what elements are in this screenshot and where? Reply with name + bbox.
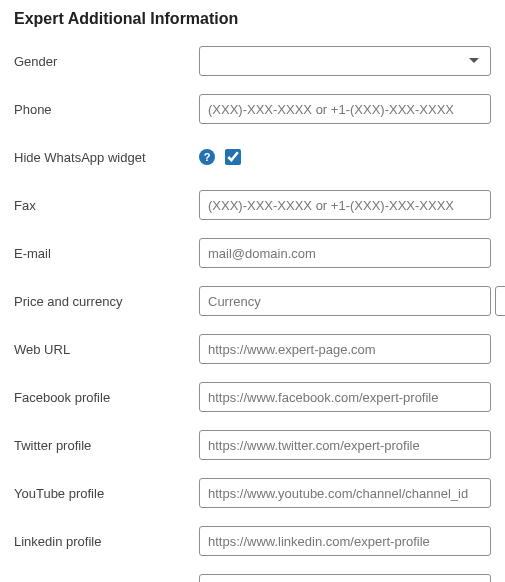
phone-input[interactable] xyxy=(199,94,491,124)
linkedin-label: Linkedin profile xyxy=(14,534,199,549)
hide-whatsapp-checkbox[interactable] xyxy=(225,149,241,165)
twitter-input[interactable] xyxy=(199,430,491,460)
help-icon[interactable]: ? xyxy=(199,149,215,165)
linkedin-row: Linkedin profile xyxy=(14,526,491,556)
currency-input[interactable] xyxy=(199,286,491,316)
email-row: E-mail xyxy=(14,238,491,268)
youtube-input[interactable] xyxy=(199,478,491,508)
instagram-row: Instagram profile xyxy=(14,574,491,582)
fax-row: Fax xyxy=(14,190,491,220)
weburl-input[interactable] xyxy=(199,334,491,364)
fax-input[interactable] xyxy=(199,190,491,220)
weburl-label: Web URL xyxy=(14,342,199,357)
email-label: E-mail xyxy=(14,246,199,261)
email-input[interactable] xyxy=(199,238,491,268)
gender-label: Gender xyxy=(14,54,199,69)
linkedin-input[interactable] xyxy=(199,526,491,556)
facebook-label: Facebook profile xyxy=(14,390,199,405)
facebook-input[interactable] xyxy=(199,382,491,412)
phone-row: Phone xyxy=(14,94,491,124)
weburl-row: Web URL xyxy=(14,334,491,364)
section-heading: Expert Additional Information xyxy=(14,10,491,28)
price-row: Price and currency xyxy=(14,286,491,316)
twitter-row: Twitter profile xyxy=(14,430,491,460)
price-label: Price and currency xyxy=(14,294,199,309)
twitter-label: Twitter profile xyxy=(14,438,199,453)
phone-label: Phone xyxy=(14,102,199,117)
gender-select[interactable] xyxy=(199,46,491,76)
hide-whatsapp-label: Hide WhatsApp widget xyxy=(14,150,199,165)
youtube-row: YouTube profile xyxy=(14,478,491,508)
gender-row: Gender xyxy=(14,46,491,76)
youtube-label: YouTube profile xyxy=(14,486,199,501)
fax-label: Fax xyxy=(14,198,199,213)
hide-whatsapp-row: Hide WhatsApp widget ? xyxy=(14,142,491,172)
price-input[interactable] xyxy=(495,286,505,316)
instagram-input[interactable] xyxy=(199,574,491,582)
facebook-row: Facebook profile xyxy=(14,382,491,412)
